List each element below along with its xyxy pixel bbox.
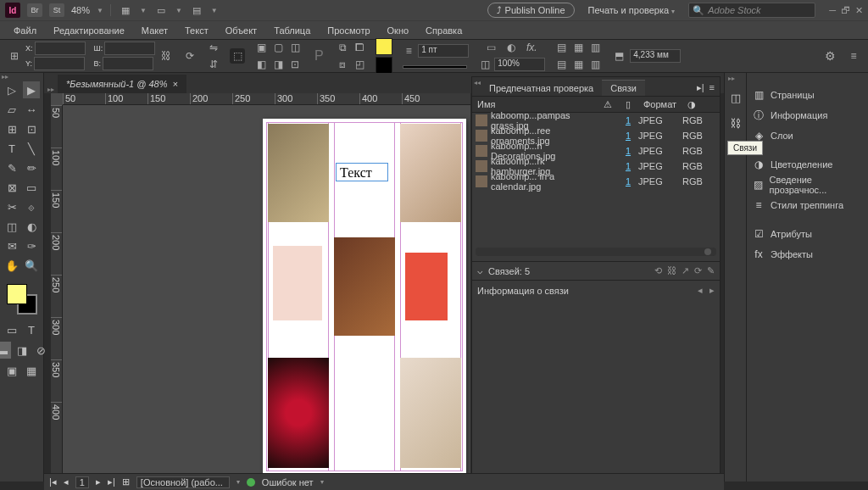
corner-icon[interactable]: ⬒ xyxy=(611,48,626,64)
right-panel-item[interactable]: ⓘИнформация xyxy=(747,105,868,125)
x-field[interactable] xyxy=(35,42,86,55)
publish-online-button[interactable]: ⤴Publish Online xyxy=(487,3,575,18)
close-icon[interactable]: ✕ xyxy=(855,5,863,16)
open-icon[interactable]: ⊞ xyxy=(122,476,130,487)
screen-mode-icon[interactable]: ▭ xyxy=(153,3,169,17)
w-field[interactable] xyxy=(104,42,155,55)
preflight-errors-label[interactable]: Ошибок нет xyxy=(262,477,314,487)
cc-libraries-icon[interactable]: ◫ xyxy=(728,90,743,105)
flip-h-icon[interactable]: ⇋ xyxy=(206,40,221,55)
col-name[interactable]: Имя xyxy=(472,99,598,109)
document-tab[interactable]: *Безымянный-1 @ 48%× xyxy=(58,75,186,93)
fit-content-icon[interactable]: ▣ xyxy=(253,40,269,55)
rotate-field-icon[interactable]: ⟳ xyxy=(182,48,198,64)
expand-icon[interactable]: ▸| xyxy=(697,82,704,93)
next-icon[interactable]: ▸ xyxy=(709,285,715,296)
image-frame[interactable] xyxy=(273,246,322,320)
menu-help[interactable]: Справка xyxy=(419,24,469,37)
h-field[interactable] xyxy=(103,57,153,70)
fill-swatch[interactable] xyxy=(376,38,392,55)
free-transform-tool[interactable]: ⟐ xyxy=(23,198,40,215)
close-tab-icon[interactable]: × xyxy=(172,79,177,89)
menu-layout[interactable]: Макет xyxy=(135,24,175,37)
first-page-icon[interactable]: |◂ xyxy=(49,476,57,487)
pencil-tool[interactable]: ✏ xyxy=(23,159,40,176)
content-placer-tool[interactable]: ⊡ xyxy=(23,120,40,137)
paragraph-icon[interactable]: P xyxy=(311,48,326,64)
relink-cc-icon[interactable]: ⟲ xyxy=(654,265,662,276)
expand-icon[interactable]: ⌵ xyxy=(477,265,483,276)
pen-tool[interactable]: ✎ xyxy=(3,159,20,176)
maximize-icon[interactable]: 🗗 xyxy=(841,5,850,16)
view-arrange-icon[interactable]: ▦ xyxy=(118,3,133,17)
relink-icon[interactable]: ⛓ xyxy=(667,265,676,276)
image-frame[interactable] xyxy=(268,124,329,222)
auto-fit-icon[interactable]: ⬚ xyxy=(230,48,245,64)
prev-icon[interactable]: ◂ xyxy=(698,285,703,296)
preview-mode-icon[interactable]: ▦ xyxy=(23,362,40,379)
rectangle-tool[interactable]: ▭ xyxy=(23,179,40,196)
direct-selection-tool[interactable]: ▶ xyxy=(23,81,40,98)
col-page-icon[interactable]: ▯ xyxy=(618,99,638,110)
expand-arrow-icon[interactable]: ▸▸ xyxy=(728,75,735,82)
image-frame[interactable] xyxy=(268,358,329,468)
selection-tool[interactable]: ▷ xyxy=(3,81,20,98)
zoom-level[interactable]: 48% xyxy=(71,5,90,15)
image-frame[interactable] xyxy=(400,124,461,222)
fill-color-icon[interactable] xyxy=(7,284,27,304)
gradient-swatch-tool[interactable]: ◫ xyxy=(3,218,20,235)
content-collector-tool[interactable]: ⊞ xyxy=(3,120,20,137)
image-frame[interactable] xyxy=(405,253,448,320)
text-frame[interactable]: Текст xyxy=(336,163,388,181)
stroke-swatch[interactable] xyxy=(376,57,392,74)
corner-size-field[interactable]: 4,233 мм xyxy=(630,49,681,63)
flip-v-icon[interactable]: ⇵ xyxy=(206,57,221,72)
gradient-feather-tool[interactable]: ◐ xyxy=(23,218,40,235)
last-page-icon[interactable]: ▸| xyxy=(108,476,115,487)
note-tool[interactable]: ✉ xyxy=(3,237,20,254)
right-panel-item[interactable]: ▨Сведение прозрачнос... xyxy=(747,175,868,195)
hand-tool[interactable]: ✋ xyxy=(3,257,20,274)
col-format[interactable]: Формат xyxy=(638,99,682,109)
panel-menu-icon[interactable]: ≡ xyxy=(709,82,715,93)
menu-type[interactable]: Текст xyxy=(178,24,215,37)
settings-icon[interactable]: ⚙ xyxy=(822,48,837,64)
y-field[interactable] xyxy=(34,57,85,70)
apply-color-icon[interactable]: ▭ xyxy=(3,321,20,338)
menu-edit[interactable]: Редактирование xyxy=(47,24,131,37)
preflight-status-icon[interactable] xyxy=(247,478,255,487)
page-number-field[interactable]: 1 xyxy=(75,476,89,488)
menu-table[interactable]: Таблица xyxy=(267,24,317,37)
rectangle-frame-tool[interactable]: ⊠ xyxy=(3,179,20,196)
image-frame[interactable] xyxy=(400,358,461,468)
right-panel-item[interactable]: ≡Стили треппинга xyxy=(747,195,868,215)
effects-icon[interactable]: ▭ xyxy=(483,40,498,55)
minimize-icon[interactable]: ─ xyxy=(829,5,836,16)
right-panel-item[interactable]: ◈Слои xyxy=(747,125,868,146)
update-link-icon[interactable]: ⟳ xyxy=(694,265,702,276)
right-panel-item[interactable]: fxЭффекты xyxy=(747,244,868,264)
line-tool[interactable]: ╲ xyxy=(23,140,40,157)
tab-links[interactable]: Связи xyxy=(602,80,645,96)
type-tool[interactable]: T xyxy=(3,140,20,157)
fill-stroke-proxy[interactable] xyxy=(7,284,37,315)
chevron-down-icon[interactable]: ▼ xyxy=(97,7,103,14)
bridge-icon[interactable]: Br xyxy=(27,3,42,17)
none-icon[interactable]: ⊘ xyxy=(33,342,50,359)
page[interactable]: Текст xyxy=(263,119,466,475)
links-scrollbar[interactable] xyxy=(476,248,716,256)
right-panel-item[interactable]: ◑Цветоделение xyxy=(747,154,868,175)
apply-text-icon[interactable]: T xyxy=(23,321,40,338)
reference-point-icon[interactable]: ⊞ xyxy=(7,48,22,64)
menu-object[interactable]: Объект xyxy=(219,24,264,37)
arrange-docs-icon[interactable]: ▤ xyxy=(189,3,204,17)
collapse-arrow-icon[interactable]: ◂◂ xyxy=(474,79,481,86)
stock-icon[interactable]: St xyxy=(49,3,64,17)
links-icon[interactable]: ⛓ xyxy=(728,115,743,131)
next-page-icon[interactable]: ▸ xyxy=(96,476,101,487)
menu-view[interactable]: Просмотр xyxy=(320,24,376,37)
goto-link-icon[interactable]: ↗ xyxy=(682,265,689,276)
gap-tool[interactable]: ↔ xyxy=(23,101,40,118)
expand-arrow-icon[interactable]: ▸▸ xyxy=(2,73,8,81)
menu-file[interactable]: Файл xyxy=(7,24,43,37)
